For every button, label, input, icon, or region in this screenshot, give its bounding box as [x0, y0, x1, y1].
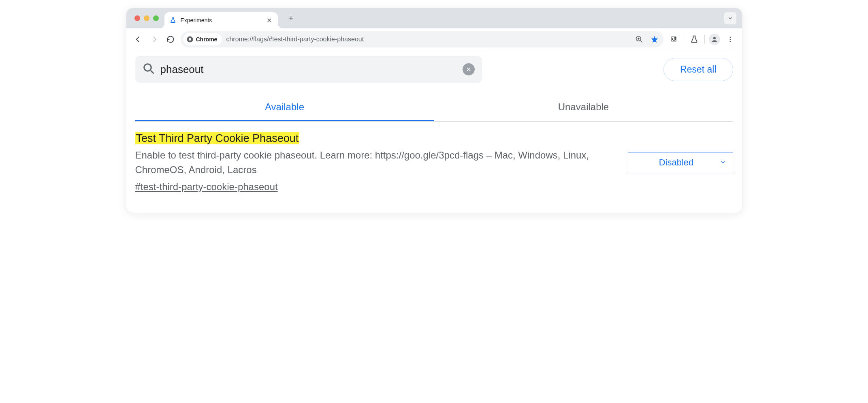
forward-button[interactable] — [148, 33, 160, 45]
chrome-chip-label: Chrome — [196, 36, 218, 43]
close-window-button[interactable] — [134, 15, 140, 21]
tab-overflow-button[interactable] — [724, 12, 736, 24]
menu-dots-icon[interactable] — [724, 33, 736, 45]
tab-bar: Experiments ✕ + — [126, 8, 742, 28]
back-button[interactable] — [132, 33, 144, 45]
close-tab-button[interactable]: ✕ — [266, 17, 273, 24]
divider — [704, 35, 705, 44]
profile-avatar[interactable] — [709, 34, 720, 45]
zoom-icon[interactable] — [633, 34, 645, 45]
labs-flask-icon[interactable] — [688, 33, 700, 45]
reset-all-button[interactable]: Reset all — [663, 58, 733, 81]
flag-title: Test Third Party Cookie Phaseout — [135, 132, 300, 144]
tab-title: Experiments — [181, 17, 262, 24]
flag-text: Test Third Party Cookie Phaseout Enable … — [135, 132, 616, 193]
flag-result: Test Third Party Cookie Phaseout Enable … — [135, 122, 733, 197]
reload-button[interactable] — [164, 33, 177, 45]
flag-hash-link[interactable]: #test-third-party-cookie-phaseout — [135, 181, 278, 193]
flask-icon — [169, 17, 177, 24]
chrome-chip[interactable]: Chrome — [183, 33, 222, 45]
tab-available[interactable]: Available — [135, 94, 434, 121]
search-input[interactable] — [160, 63, 457, 76]
search-icon — [143, 62, 155, 76]
new-tab-button[interactable]: + — [285, 12, 297, 24]
svg-point-1 — [189, 38, 191, 41]
bookmark-star-icon[interactable] — [649, 34, 660, 45]
extensions-icon[interactable] — [668, 33, 680, 45]
svg-line-3 — [640, 40, 642, 42]
svg-point-11 — [144, 64, 151, 71]
tab-unavailable[interactable]: Unavailable — [434, 94, 733, 121]
search-row: Reset all — [135, 56, 733, 83]
divider — [684, 35, 684, 44]
chevron-down-icon — [720, 157, 726, 168]
maximize-window-button[interactable] — [153, 15, 159, 21]
browser-window: Experiments ✕ + Chrome chrome://flags/#t… — [126, 8, 742, 213]
tabs-row: Available Unavailable — [135, 94, 733, 122]
toolbar: Chrome chrome://flags/#test-third-party-… — [126, 28, 742, 50]
svg-point-10 — [729, 41, 731, 42]
dropdown-value: Disabled — [659, 157, 694, 167]
svg-point-7 — [713, 37, 716, 39]
address-bar[interactable]: Chrome chrome://flags/#test-third-party-… — [181, 31, 663, 47]
svg-point-9 — [729, 39, 731, 40]
clear-search-button[interactable] — [463, 63, 475, 75]
flag-state-dropdown[interactable]: Disabled — [628, 152, 733, 173]
page-content: Reset all Available Unavailable Test Thi… — [126, 50, 742, 213]
browser-tab[interactable]: Experiments ✕ — [164, 12, 278, 28]
url-text: chrome://flags/#test-third-party-cookie-… — [226, 36, 629, 43]
svg-line-12 — [151, 71, 154, 74]
search-box[interactable] — [135, 56, 482, 83]
window-controls — [130, 15, 164, 21]
flag-description: Enable to test third-party cookie phaseo… — [135, 148, 616, 177]
svg-point-8 — [729, 36, 731, 38]
minimize-window-button[interactable] — [144, 15, 149, 21]
